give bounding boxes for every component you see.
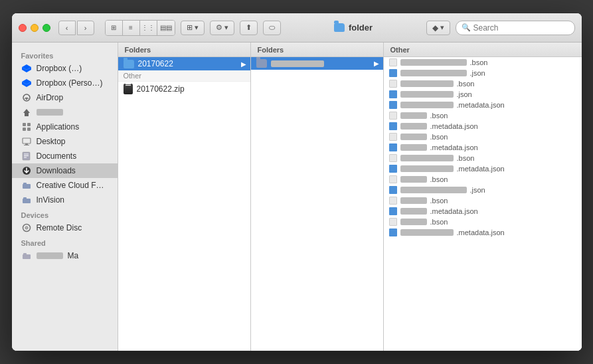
- file-item[interactable]: .bson: [384, 110, 582, 121]
- column-2-header: Folders: [251, 43, 383, 57]
- doc-icon: [389, 58, 397, 66]
- sidebar-item-applications[interactable]: Applications: [12, 120, 118, 134]
- file-ext: .metadata.json: [430, 207, 478, 215]
- svg-rect-21: [23, 183, 27, 185]
- file-item[interactable]: .metadata.json: [384, 121, 582, 132]
- dropbox-icon: [21, 63, 32, 74]
- file-item[interactable]: .bson: [384, 174, 582, 185]
- file-item[interactable]: .bson: [384, 195, 582, 206]
- sidebar-item-airdrop[interactable]: AirDrop: [12, 90, 118, 105]
- search-input[interactable]: [473, 23, 569, 33]
- file-item[interactable]: .json: [384, 68, 582, 78]
- svg-rect-14: [24, 145, 29, 145]
- dropbox-toolbar-button[interactable]: ◆ ▾: [426, 21, 450, 35]
- file-ext: .metadata.json: [430, 143, 478, 151]
- titlebar: ‹ › ⊞ ≡ ⋮⋮ ▤▤ ⊞ ▾ ⚙ ▾ ⬆ ⬭ folder: [12, 13, 582, 43]
- sidebar-item-downloads[interactable]: Downloads: [12, 163, 118, 178]
- sidebar-item-label: AirDrop: [37, 93, 64, 102]
- sidebar-item-label: Creative Cloud F…: [37, 181, 104, 190]
- file-item[interactable]: .bson: [384, 217, 582, 227]
- file-ext: .bson: [457, 154, 475, 162]
- column-view-button[interactable]: ⋮⋮: [140, 21, 157, 35]
- filename: [400, 134, 427, 140]
- sidebar-item-home[interactable]: [12, 105, 118, 120]
- doc-icon: [389, 175, 397, 183]
- blue-icon: [389, 207, 397, 215]
- file-item[interactable]: .bson: [384, 153, 582, 163]
- file-item[interactable]: .metadata.json: [384, 163, 582, 174]
- file-item[interactable]: .json: [384, 185, 582, 195]
- expand-arrow: ▶: [241, 60, 246, 68]
- folder-item-20170622[interactable]: 20170622 ▶: [118, 57, 250, 70]
- folder-icon: [334, 23, 345, 32]
- documents-icon: [21, 151, 32, 161]
- file-item[interactable]: .bson: [384, 57, 582, 68]
- sidebar-item-label: Dropbox (…): [37, 64, 82, 73]
- icon-view-button[interactable]: ⊞: [106, 21, 123, 35]
- invision-icon: [21, 195, 32, 205]
- sidebar-item-label: Desktop: [37, 137, 66, 146]
- sidebar-item-desktop[interactable]: Desktop: [12, 134, 118, 149]
- downloads-icon: [21, 165, 32, 176]
- creative-cloud-icon: [21, 180, 32, 191]
- sidebar-item-label: Documents: [37, 151, 77, 161]
- devices-label: Devices: [12, 207, 118, 221]
- shared-label: Shared: [12, 235, 118, 248]
- sidebar-item-label: [37, 252, 63, 259]
- blue-icon: [389, 69, 397, 77]
- sidebar-item-invision[interactable]: InVision: [12, 193, 118, 207]
- svg-rect-9: [27, 123, 31, 126]
- svg-point-26: [26, 227, 27, 228]
- file-item[interactable]: .metadata.json: [384, 100, 582, 110]
- file-item[interactable]: .metadata.json: [384, 227, 582, 238]
- arrange-button[interactable]: ⊞ ▾: [181, 21, 205, 35]
- blue-icon: [389, 186, 397, 194]
- subfolder-item[interactable]: ▶: [251, 57, 383, 70]
- sidebar-item-shared[interactable]: Ma: [12, 248, 118, 263]
- sidebar-item-label: [37, 109, 63, 116]
- file-item[interactable]: .metadata.json: [384, 142, 582, 153]
- sidebar-item-suffix: Ma: [68, 251, 79, 260]
- search-box[interactable]: 🔍: [456, 21, 575, 35]
- file-item[interactable]: .bson: [384, 132, 582, 142]
- close-button[interactable]: [19, 24, 27, 32]
- file-ext: .bson: [430, 197, 448, 205]
- blue-icon: [389, 228, 397, 236]
- svg-rect-11: [27, 128, 31, 131]
- file-ext: .bson: [430, 112, 448, 120]
- file-item[interactable]: .bson: [384, 78, 582, 89]
- tag-button[interactable]: ⬭: [263, 21, 281, 35]
- sidebar-item-remote[interactable]: Remote Disc: [12, 221, 118, 235]
- action-button[interactable]: ⚙ ▾: [210, 21, 234, 35]
- column-3-header: Other: [384, 43, 582, 57]
- filename: [400, 80, 454, 87]
- zip-item-20170622[interactable]: 20170622.zip: [118, 82, 250, 96]
- folder-icon: [256, 59, 267, 68]
- list-view-button[interactable]: ≡: [123, 21, 140, 35]
- doc-icon: [389, 218, 397, 226]
- file-ext: .bson: [430, 218, 448, 226]
- sidebar-item-dropbox2[interactable]: Dropbox (Perso…): [12, 76, 118, 90]
- sidebar-item-dropbox1[interactable]: Dropbox (…): [12, 61, 118, 76]
- file-item[interactable]: .metadata.json: [384, 206, 582, 217]
- forward-button[interactable]: ›: [77, 21, 94, 35]
- file-ext: .json: [470, 69, 485, 77]
- title-area: folder: [286, 23, 421, 33]
- cover-flow-button[interactable]: ▤▤: [157, 21, 175, 35]
- file-item[interactable]: .json: [384, 89, 582, 100]
- maximize-button[interactable]: [42, 24, 50, 32]
- main-content: Favorites Dropbox (…) Dropbox (Perso…): [12, 43, 582, 351]
- back-button[interactable]: ‹: [58, 21, 76, 35]
- sidebar-item-creative[interactable]: Creative Cloud F…: [12, 178, 118, 193]
- filename: [400, 155, 454, 161]
- doc-icon: [389, 80, 397, 88]
- filename: [400, 165, 454, 172]
- airdrop-icon: [21, 92, 32, 103]
- filename: [400, 176, 427, 183]
- column-3: Other .bson .json: [384, 43, 582, 351]
- dropbox-icon: [21, 78, 32, 88]
- share-button[interactable]: ⬆: [240, 21, 258, 35]
- sidebar-item-documents[interactable]: Documents: [12, 149, 118, 163]
- other-group-label: Other: [118, 70, 250, 82]
- minimize-button[interactable]: [31, 24, 39, 32]
